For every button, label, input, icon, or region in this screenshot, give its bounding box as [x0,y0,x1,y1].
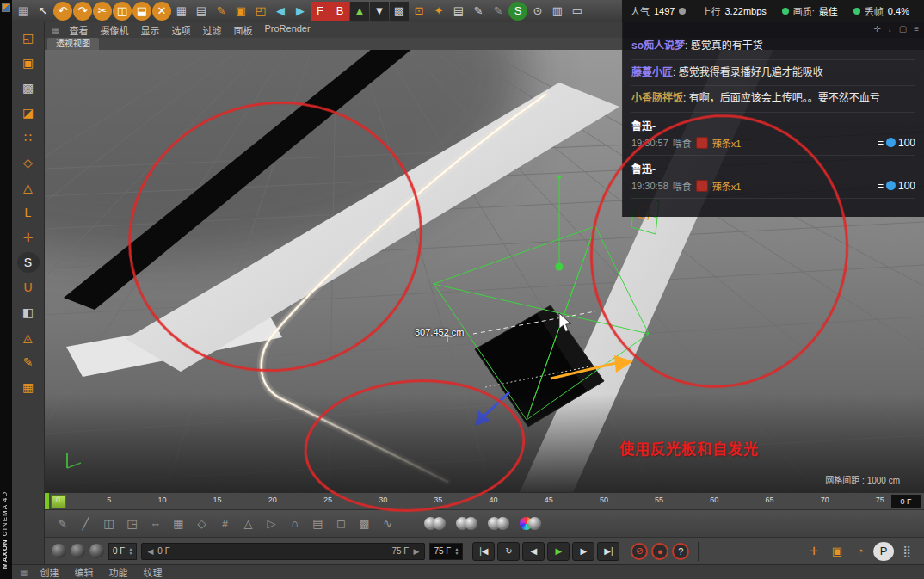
timeline-tick[interactable]: 15 [213,496,222,504]
timeline-range-slider[interactable]: ◀ 0 F 75 F ▶ [141,543,425,560]
matrix-tool-icon[interactable]: ▤ [307,514,329,534]
end-frame-stepper[interactable]: 75 F ▲▼ [429,543,463,560]
shader-ball-icon[interactable]: S [508,2,527,21]
texture-mode-icon[interactable]: ▩ [17,77,40,98]
picker-icon[interactable]: ⊙ [528,2,547,21]
status-menu-item[interactable]: 创建 [32,565,66,579]
render-doc-icon[interactable]: ▤ [449,2,468,21]
copy-icon[interactable]: ◫ [113,2,132,21]
redo-icon[interactable]: ↷ [73,2,92,21]
knife-tool-icon[interactable]: ╱ [75,514,96,534]
chat-username[interactable]: 小香肠拌饭 [631,92,683,104]
paste-icon[interactable]: ⬓ [132,2,151,21]
menu-item[interactable]: 选项 [165,23,196,37]
display-sphere-2[interactable] [71,544,85,558]
timeline-tick[interactable]: 60 [710,496,718,504]
chat-move-icon[interactable]: ✛ [873,24,880,34]
delete-icon[interactable]: ✕ [152,2,171,21]
timeline-tick[interactable]: 0 [56,496,60,504]
slide-tool-icon[interactable]: ⇔ [145,514,166,534]
range-left-arrow-icon[interactable]: ◀ [147,547,153,556]
timeline-tick[interactable]: 55 [655,496,663,504]
selection-handle[interactable] [556,263,564,271]
previous-frame-button[interactable]: ◀ [522,542,545,561]
triangulate-icon[interactable]: △ [237,514,259,534]
subdivide-icon[interactable]: ▦ [168,514,189,534]
timeline-ruler[interactable]: 051015202530354045505560657075 0 F [45,492,924,509]
gift-username[interactable]: 鲁迅- [631,161,915,176]
arc-tool-icon[interactable]: ∩ [284,514,305,534]
make-editable-icon[interactable]: ✎ [212,2,231,21]
chat-download-icon[interactable]: ↓ [888,24,892,34]
tab-perspective-view[interactable]: 透视视图 [47,38,99,50]
timeline-tick[interactable]: 70 [821,496,829,504]
timeline-current-frame[interactable]: 0 F [891,495,921,508]
clapper-icon[interactable]: ▦ [17,377,40,397]
convert-editable-icon[interactable]: ◱ [17,28,40,48]
pen-b-icon[interactable]: ✎ [489,2,508,21]
menu-item[interactable]: 过滤 [196,23,227,37]
points-mode-icon[interactable]: ∷ [17,127,40,148]
range-right-arrow-icon[interactable]: ▶ [413,547,419,556]
display-sphere-3[interactable] [89,544,104,558]
quantize-icon[interactable]: ◬ [17,327,40,348]
display-sphere-1[interactable] [52,544,66,558]
back-view-icon[interactable]: B [330,2,349,21]
timeline-tick[interactable]: 40 [490,496,498,504]
status-menu-item[interactable]: 编辑 [66,565,101,579]
chat-menu-icon[interactable]: ≡ [914,24,919,34]
material-sphere-color[interactable] [520,517,541,530]
timeline-tick[interactable]: 20 [268,496,277,504]
axis-mode-icon[interactable]: L [17,202,40,223]
untriangulate-icon[interactable]: ◻ [330,514,352,534]
goto-end-button[interactable]: ▶| [597,542,619,561]
bridge-tool-icon[interactable]: ◫ [98,514,120,534]
menu-item[interactable]: 面板 [227,23,258,37]
timeline-tick[interactable]: 65 [765,496,773,504]
checker-icon[interactable]: ▩ [390,2,409,21]
arrow-down-icon[interactable]: ▼ [370,2,389,21]
target-icon[interactable]: ⊡ [410,2,428,21]
nav-forward-icon[interactable]: ▶ [291,2,310,21]
timeline-tick[interactable]: 5 [107,496,111,504]
play-button[interactable]: ▶ [547,542,570,561]
next-frame-button[interactable]: ▶ [572,542,594,561]
record-position-button[interactable]: ⊘ [631,543,648,560]
play-reverse-button[interactable]: ↻ [497,542,520,561]
object-axis-icon[interactable]: ✛ [17,227,40,248]
solo-cube-icon[interactable]: ▣ [827,542,847,561]
timeline-tick[interactable]: 50 [600,496,608,504]
extrude-tool-icon[interactable]: ◳ [121,514,143,534]
app-icon[interactable] [2,3,10,12]
pen-tool-icon[interactable]: ✎ [52,514,73,534]
spline-point[interactable] [557,176,561,179]
menu-item[interactable]: ProRender [258,23,316,37]
front-view-icon[interactable]: F [311,2,330,21]
menu-item[interactable]: 查看 [63,23,94,37]
workplane-icon[interactable]: ▦ [172,2,191,21]
spline-tool-icon[interactable]: ∿ [377,514,398,534]
timeline-tick[interactable]: 45 [545,496,553,504]
dots-grid-icon[interactable]: ⣿ [896,542,917,561]
undo-icon[interactable]: ↶ [53,2,72,21]
bevel-tool-icon[interactable]: ◇ [191,514,213,534]
lattice-tool-icon[interactable]: # [214,514,236,534]
cursor-icon[interactable]: ↖ [34,2,52,21]
timeline-tick[interactable]: 30 [379,496,387,504]
start-frame-stepper[interactable]: 0 F ▲▼ [108,543,137,560]
record-keyframe-button[interactable]: ● [651,543,668,560]
lock-workplane-icon[interactable]: ◧ [17,302,40,323]
goto-start-button[interactable]: |◀ [472,542,495,561]
status-menu-item[interactable]: 功能 [101,565,135,579]
scale-tool-icon[interactable]: S [17,252,40,273]
normal-move-icon[interactable]: ▷ [261,514,282,534]
nav-back-icon[interactable]: ◀ [271,2,290,21]
menu-item[interactable]: 显示 [134,23,165,37]
time-clock-icon[interactable]: ◔ [850,542,871,561]
screen-icon[interactable]: ▭ [568,2,587,21]
timeline-tick[interactable]: 10 [157,496,166,504]
edges-mode-icon[interactable]: ◇ [17,152,40,173]
snap-move-icon[interactable]: ✛ [804,542,824,561]
star-icon[interactable]: ✦ [429,2,448,21]
chat-window-icon[interactable]: ▢ [899,24,907,34]
